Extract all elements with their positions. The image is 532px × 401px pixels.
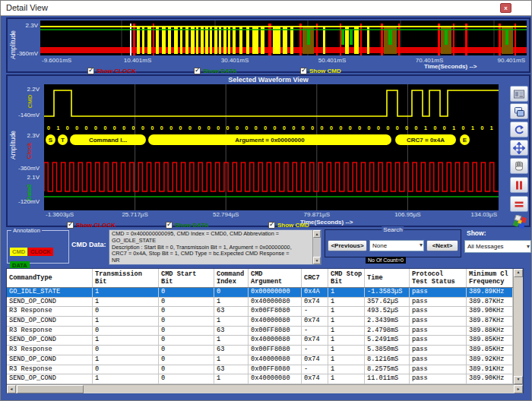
table-row[interactable]: SEND_OP_COND1010x400000800x7418.1216mSpa… bbox=[7, 355, 513, 365]
previous-button[interactable]: <Previous> bbox=[328, 240, 367, 251]
cmd-data-textbox[interactable]: CMD = 0x400000000095, CMD Index = CMD0, … bbox=[109, 229, 321, 265]
cmd-axis-label: CMD bbox=[27, 94, 33, 108]
signal-pulse bbox=[156, 27, 159, 54]
vertical-scrollbar[interactable]: ▲ ▼ bbox=[513, 269, 523, 384]
table-cell: 493.52µS bbox=[365, 307, 410, 316]
table-row[interactable]: R3 Response00630x00FF8080-1493.52µSpass3… bbox=[7, 307, 513, 317]
header-cell[interactable]: CMDArgument bbox=[249, 269, 302, 287]
bit-label: 0 bbox=[339, 125, 342, 131]
signal-pulse bbox=[354, 27, 359, 54]
table-cell: 1 bbox=[214, 336, 249, 345]
header-cell[interactable]: CommandType bbox=[7, 269, 93, 287]
header-line2: Argument bbox=[251, 278, 301, 286]
signal-pulse bbox=[505, 30, 508, 45]
bit-label: 0 bbox=[274, 125, 277, 131]
table-cell: 8.2575mS bbox=[365, 365, 410, 374]
chevron-down-icon: ▾ bbox=[420, 242, 423, 248]
table-row[interactable]: R3 Response00630x00FF8080-15.3850mSpass3… bbox=[7, 346, 513, 355]
checkbox-box[interactable]: ✓ bbox=[87, 68, 94, 74]
scroll-down-button[interactable]: ▼ bbox=[514, 376, 523, 384]
table-row[interactable]: R3 Response00630x00FF8080-12.4798mSpass3… bbox=[7, 327, 513, 336]
checkbox-box[interactable]: ✓ bbox=[67, 222, 74, 229]
bit-label: 0 bbox=[141, 125, 144, 131]
pause-cursors-icon bbox=[513, 179, 525, 191]
table-cell: 1 bbox=[328, 317, 365, 326]
table-cell: 389.85KHz bbox=[467, 336, 513, 345]
header-cell[interactable]: ProtocolTest Status bbox=[410, 269, 467, 287]
table-cell: R3 Response bbox=[7, 307, 93, 316]
header-line2: Index bbox=[217, 278, 248, 286]
header-cell[interactable]: CMD StopBit bbox=[328, 269, 365, 287]
table-cell: 1 bbox=[328, 374, 365, 384]
scroll-up-button[interactable]: ▲ bbox=[514, 269, 523, 277]
table-row[interactable]: SEND_OP_COND1010x400000800x741357.62µSpa… bbox=[7, 298, 513, 308]
scroll-down-button[interactable]: ▼ bbox=[313, 257, 321, 264]
header-cell[interactable]: CRC7 bbox=[302, 269, 328, 287]
table-cell: 5.2491mS bbox=[365, 336, 410, 345]
header-line1: Transmission bbox=[95, 270, 158, 278]
cmd-data-scrollbar[interactable]: ▲ ▼ bbox=[312, 230, 321, 264]
selected-amplitude-axis: Amplitude bbox=[8, 120, 18, 170]
search-groupbox: Search <Previous> None ▾ <Next> bbox=[325, 229, 461, 257]
checkbox-box[interactable]: ✓ bbox=[300, 68, 307, 74]
next-button[interactable]: <Next> bbox=[426, 240, 458, 251]
pause-cursors-button[interactable] bbox=[510, 177, 528, 193]
move-button[interactable] bbox=[510, 140, 528, 156]
time-tick-label: 10.401mS bbox=[103, 57, 172, 64]
show-messages-dropdown[interactable]: All Messages ▾ bbox=[464, 240, 531, 253]
scroll-right-button[interactable]: ► bbox=[514, 385, 523, 393]
horizontal-cursors-button[interactable] bbox=[510, 196, 528, 212]
table-cell: 0x00000000 bbox=[249, 288, 302, 297]
signal-pulse bbox=[130, 24, 131, 55]
cascade-zoom-button[interactable] bbox=[510, 103, 528, 119]
table-cell: SEND_OP_COND bbox=[7, 374, 93, 384]
table-row[interactable]: GO_IDLE_STATE1000x000000000x4A1-1.3583µS… bbox=[7, 288, 513, 298]
selected-waveform-plot[interactable]: 0100000000000000000000000000000000000000… bbox=[44, 84, 499, 210]
bit-label: 0 bbox=[462, 125, 465, 131]
header-cell[interactable]: Minimum ClFrequency bbox=[467, 269, 513, 287]
header-cell[interactable]: CommandIndex bbox=[214, 269, 249, 287]
bit-label: 0 bbox=[75, 125, 78, 131]
check-icon: ✓ bbox=[269, 220, 275, 228]
table-cell: 63 bbox=[214, 327, 249, 336]
scroll-left-button[interactable]: ◄ bbox=[7, 385, 16, 393]
header-cell[interactable]: CMD StartBit bbox=[159, 269, 214, 287]
table-row[interactable]: SEND_OP_COND1010x400000800x7415.2491mSpa… bbox=[7, 336, 513, 346]
table-cell: 1 bbox=[93, 355, 159, 365]
annotation-bubble-label: T bbox=[61, 137, 65, 144]
checkbox-label: Show CMD bbox=[277, 222, 309, 229]
signal-pulse bbox=[345, 27, 349, 54]
table-cell: - bbox=[302, 327, 328, 336]
table-row[interactable]: SEND_OP_COND1010x400000800x7412.3439mSpa… bbox=[7, 317, 513, 327]
close-button[interactable]: x bbox=[500, 3, 511, 13]
header-cell[interactable]: Time bbox=[365, 269, 410, 287]
table-cell: 0x00FF8080 bbox=[249, 365, 302, 374]
table-cell: - bbox=[302, 365, 328, 374]
table-cell: 0 bbox=[93, 327, 159, 336]
scrollbar-thumb[interactable] bbox=[17, 385, 84, 393]
checkbox-box[interactable]: ✓ bbox=[194, 68, 201, 74]
pan-hand-button[interactable] bbox=[510, 158, 528, 174]
bit-label: 0 bbox=[396, 125, 399, 131]
time-tick-label: 134.03µS bbox=[459, 211, 497, 218]
scroll-up-button[interactable]: ▲ bbox=[313, 230, 321, 238]
table-cell: 0 bbox=[159, 374, 214, 384]
header-cell[interactable]: TransmissionBit bbox=[93, 269, 159, 287]
bit-label: 1 bbox=[452, 125, 455, 131]
table-cell: R3 Response bbox=[7, 327, 93, 336]
table-row[interactable]: SEND_OP_COND1010x400000800x74111.011mSpa… bbox=[7, 374, 513, 384]
table-cell: 1 bbox=[328, 307, 365, 316]
table-row[interactable]: R3 Response00630x00FF8080-18.2575mSpass3… bbox=[7, 365, 513, 375]
table-cell: pass bbox=[410, 346, 467, 355]
export-image-button[interactable] bbox=[510, 86, 528, 102]
search-filter-dropdown[interactable]: None ▾ bbox=[369, 240, 424, 251]
horizontal-scrollbar[interactable]: ◄ ► bbox=[7, 384, 523, 393]
checkbox-box[interactable]: ✓ bbox=[268, 222, 275, 229]
checkbox-box[interactable]: ✓ bbox=[166, 222, 173, 229]
overview-waveform-plot[interactable] bbox=[40, 21, 527, 55]
export-image-icon bbox=[513, 88, 525, 100]
undo-button[interactable] bbox=[510, 122, 528, 137]
bit-label: 0 bbox=[377, 125, 380, 131]
signal-pulse bbox=[273, 27, 280, 54]
cmd-data-text-line: CRC7 = 0x4A, Stop Bit = 1, CMD Type = bc… bbox=[112, 251, 318, 257]
